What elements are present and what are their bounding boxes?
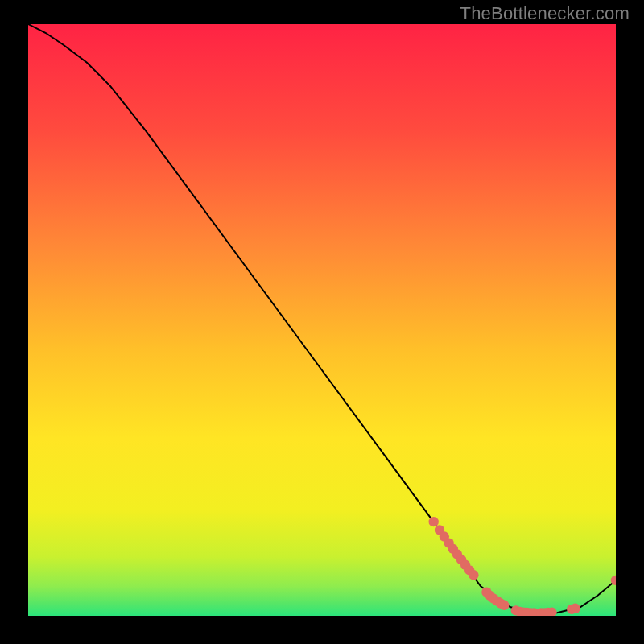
- data-point: [469, 570, 478, 580]
- chart-plot: [28, 24, 616, 616]
- chart-frame: TheBottlenecker.com: [0, 0, 644, 644]
- data-point: [570, 604, 580, 613]
- watermark-text: TheBottlenecker.com: [460, 3, 630, 24]
- data-point: [429, 517, 439, 526]
- data-point: [499, 601, 509, 610]
- gradient-background: [28, 24, 616, 616]
